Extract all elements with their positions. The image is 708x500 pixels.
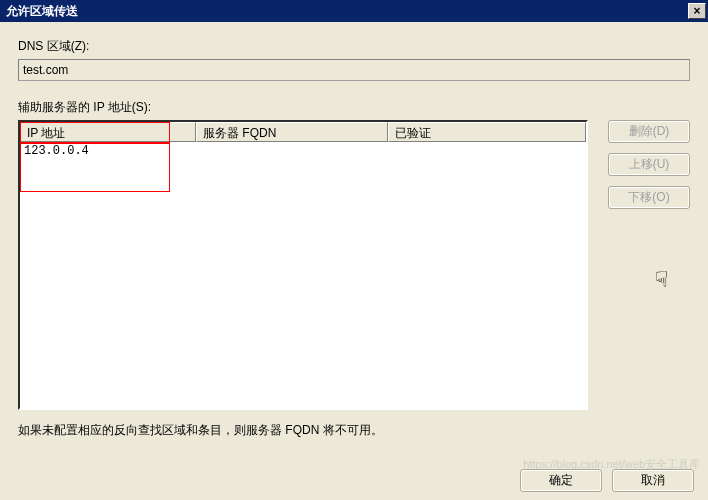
column-header-fqdn[interactable]: 服务器 FQDN — [196, 122, 388, 142]
zone-field — [18, 59, 690, 81]
servers-label: 辅助服务器的 IP 地址(S): — [18, 99, 690, 116]
column-header-verified[interactable]: 已验证 — [388, 122, 586, 142]
dialog-client-area: DNS 区域(Z): 辅助服务器的 IP 地址(S): IP 地址 服务器 FQ… — [0, 22, 708, 500]
hint-text: 如果未配置相应的反向查找区域和条目，则服务器 FQDN 将不可用。 — [18, 422, 690, 439]
table-row[interactable] — [20, 142, 586, 160]
listview-body — [20, 142, 586, 160]
dialog-footer: 确定 取消 — [520, 469, 694, 492]
close-button[interactable]: × — [688, 3, 706, 19]
ip-address-input[interactable] — [20, 142, 194, 160]
move-down-button[interactable]: 下移(O) — [608, 186, 690, 209]
titlebar: 允许区域传送 × — [0, 0, 708, 22]
servers-list-area: IP 地址 服务器 FQDN 已验证 — [18, 120, 588, 410]
servers-listview[interactable]: IP 地址 服务器 FQDN 已验证 — [18, 120, 588, 410]
ok-button[interactable]: 确定 — [520, 469, 602, 492]
column-header-ip[interactable]: IP 地址 — [20, 122, 196, 142]
zone-label: DNS 区域(Z): — [18, 38, 690, 55]
window-title: 允许区域传送 — [6, 3, 688, 20]
listview-header: IP 地址 服务器 FQDN 已验证 — [20, 122, 586, 142]
move-up-button[interactable]: 上移(U) — [608, 153, 690, 176]
delete-button[interactable]: 删除(D) — [608, 120, 690, 143]
side-button-group: 删除(D) 上移(U) 下移(O) — [608, 120, 690, 410]
close-icon: × — [693, 4, 700, 18]
cancel-button[interactable]: 取消 — [612, 469, 694, 492]
